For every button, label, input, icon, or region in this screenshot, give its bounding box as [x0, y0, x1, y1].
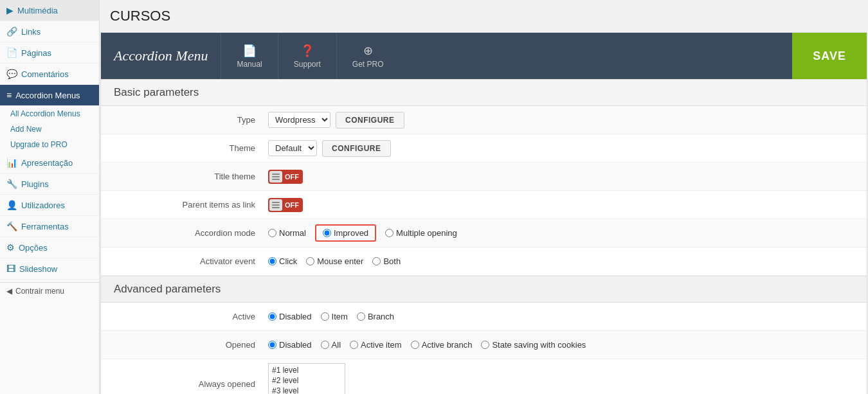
sidebar-item-utilizadores[interactable]: 👤 Utilizadores: [0, 195, 99, 216]
apresentacao-icon: 📊: [6, 157, 17, 168]
active-branch-radio[interactable]: [357, 312, 365, 321]
accordion-mode-radio-group: Normal Improved Multiple opening: [268, 224, 457, 242]
activator-both-radio[interactable]: [372, 257, 381, 265]
ferramentas-icon: 🔨: [6, 221, 17, 231]
accordion-mode-multiple[interactable]: Multiple opening: [385, 228, 457, 238]
sidebar-item-comentarios[interactable]: 💬 Comentários: [0, 64, 99, 85]
accordion-mode-multiple-radio[interactable]: [385, 229, 393, 237]
accordion-mode-normal-radio[interactable]: [268, 229, 276, 237]
sidebar-item-accordion[interactable]: ≡ Accordion Menus: [0, 85, 99, 106]
multimidia-icon: ▶: [6, 5, 14, 15]
type-label: Type: [101, 115, 268, 125]
activator-click[interactable]: Click: [268, 256, 297, 266]
theme-label: Theme: [101, 143, 268, 153]
sidebar: ▶ Multimédia 🔗 Links 📄 Páginas 💬 Comentá…: [0, 0, 100, 394]
utilizadores-icon: 👤: [6, 200, 17, 210]
sidebar-subitem-upgrade[interactable]: Upgrade to PRO: [0, 137, 99, 152]
accordion-mode-label: Accordion mode: [101, 228, 268, 238]
opened-active-branch[interactable]: Active branch: [411, 340, 473, 350]
opened-disabled[interactable]: Disabled: [268, 340, 312, 350]
always-opened-listbox[interactable]: #1 level #2 level #3 level #4 level #5 l…: [268, 363, 345, 394]
nav-item-support[interactable]: ❓ Support: [278, 33, 336, 79]
opened-state-radio[interactable]: [481, 341, 489, 349]
opened-active-branch-radio[interactable]: [411, 341, 419, 349]
support-icon: ❓: [300, 44, 314, 58]
accordion-mode-row: Accordion mode Normal Improved: [101, 219, 867, 247]
sidebar-item-links[interactable]: 🔗 Links: [0, 21, 99, 42]
nav-item-manual[interactable]: 📄 Manual: [221, 33, 277, 79]
theme-select[interactable]: Default: [268, 140, 317, 156]
parent-items-controls: OFF: [268, 198, 867, 212]
plugin-nav: 📄 Manual ❓ Support ⊕ Get PRO: [221, 33, 792, 79]
always-opened-row: Always opened #1 level #2 level #3 level…: [101, 359, 867, 394]
parent-items-label: Parent items as link: [101, 200, 268, 210]
listbox-item-3[interactable]: #3 level: [270, 386, 343, 394]
nav-item-get-pro[interactable]: ⊕ Get PRO: [336, 33, 399, 79]
plugins-icon: 🔧: [6, 179, 17, 189]
opened-radio-group: Disabled All Active item Active bra: [268, 340, 586, 350]
accordion-mode-improved-radio[interactable]: [323, 229, 331, 237]
opened-disabled-radio[interactable]: [268, 341, 276, 349]
sidebar-item-paginas[interactable]: 📄 Páginas: [0, 42, 99, 64]
listbox-item-1[interactable]: #1 level: [270, 365, 343, 375]
sidebar-item-slideshow[interactable]: 🎞 Slideshow: [0, 258, 99, 280]
sidebar-item-apresentacao[interactable]: 📊 Apresentação: [0, 152, 99, 174]
activator-radio-group: Click Mouse enter Both: [268, 256, 401, 266]
sidebar-collapse-button[interactable]: ◀ Contrair menu: [0, 282, 99, 300]
opened-active-item[interactable]: Active item: [350, 340, 402, 350]
sidebar-item-opcoes[interactable]: ⚙ Opções: [0, 237, 99, 258]
content-area: Basic parameters Type Wordpress CONFIGUR…: [101, 79, 867, 394]
activator-both[interactable]: Both: [372, 256, 401, 266]
content-wrapper: Accordion Menu 📄 Manual ❓ Support ⊕ Get …: [100, 32, 867, 394]
sidebar-item-ferramentas[interactable]: 🔨 Ferramentas: [0, 216, 99, 237]
opened-active-item-radio[interactable]: [350, 341, 358, 349]
theme-configure-button[interactable]: CONFIGURE: [322, 140, 391, 157]
type-row: Type Wordpress CONFIGURE: [101, 106, 867, 134]
active-radio-group: Disabled Item Branch: [268, 312, 394, 321]
plugin-header: Accordion Menu 📄 Manual ❓ Support ⊕ Get …: [101, 33, 867, 79]
type-select[interactable]: Wordpress: [268, 112, 330, 128]
active-branch[interactable]: Branch: [357, 312, 394, 321]
parent-items-toggle[interactable]: OFF: [268, 198, 303, 212]
opened-all-radio[interactable]: [321, 341, 329, 349]
toggle-lines-icon: [272, 174, 280, 180]
accordion-mode-normal[interactable]: Normal: [268, 228, 306, 238]
title-theme-toggle[interactable]: OFF: [268, 170, 303, 184]
opened-label: Opened: [101, 340, 268, 350]
toggle-handle2: [269, 199, 282, 211]
always-opened-label: Always opened: [101, 379, 268, 389]
parent-items-row: Parent items as link OFF: [101, 191, 867, 219]
opened-all[interactable]: All: [321, 340, 341, 350]
collapse-arrow-icon: ◀: [6, 287, 12, 296]
activator-row: Activator event Click Mouse enter: [101, 247, 867, 276]
listbox-item-2[interactable]: #2 level: [270, 375, 343, 386]
active-disabled-radio[interactable]: [268, 312, 276, 321]
sidebar-item-multimidia[interactable]: ▶ Multimédia: [0, 0, 99, 21]
type-configure-button[interactable]: CONFIGURE: [336, 112, 404, 129]
sidebar-item-plugins[interactable]: 🔧 Plugins: [0, 174, 99, 195]
slideshow-icon: 🎞: [6, 264, 15, 274]
activator-mouse-enter[interactable]: Mouse enter: [306, 256, 363, 266]
page-title: CURSOS: [100, 0, 868, 32]
activator-label: Activator event: [101, 256, 268, 266]
title-theme-value: OFF: [285, 173, 299, 181]
advanced-params-header: Advanced parameters: [101, 276, 867, 303]
paginas-icon: 📄: [6, 48, 17, 58]
active-row: Active Disabled Item Branch: [101, 303, 867, 331]
active-item[interactable]: Item: [321, 312, 348, 321]
title-theme-row: Title theme OFF: [101, 163, 867, 191]
title-theme-controls: OFF: [268, 170, 867, 184]
save-button[interactable]: SAVE: [792, 33, 867, 79]
theme-controls: Default CONFIGURE: [268, 140, 867, 157]
sidebar-subitem-all[interactable]: All Accordion Menus: [0, 106, 99, 121]
manual-icon: 📄: [242, 44, 257, 58]
activator-mouse-radio[interactable]: [306, 257, 314, 265]
activator-click-radio[interactable]: [268, 257, 276, 265]
active-item-radio[interactable]: [321, 312, 329, 321]
basic-params-header: Basic parameters: [101, 79, 867, 106]
sidebar-subitem-add-new[interactable]: Add New: [0, 121, 99, 137]
active-disabled[interactable]: Disabled: [268, 312, 312, 321]
opened-state-saving[interactable]: State saving with cookies: [481, 340, 586, 350]
accordion-mode-improved[interactable]: Improved: [315, 224, 376, 242]
opcoes-icon: ⚙: [6, 242, 15, 253]
